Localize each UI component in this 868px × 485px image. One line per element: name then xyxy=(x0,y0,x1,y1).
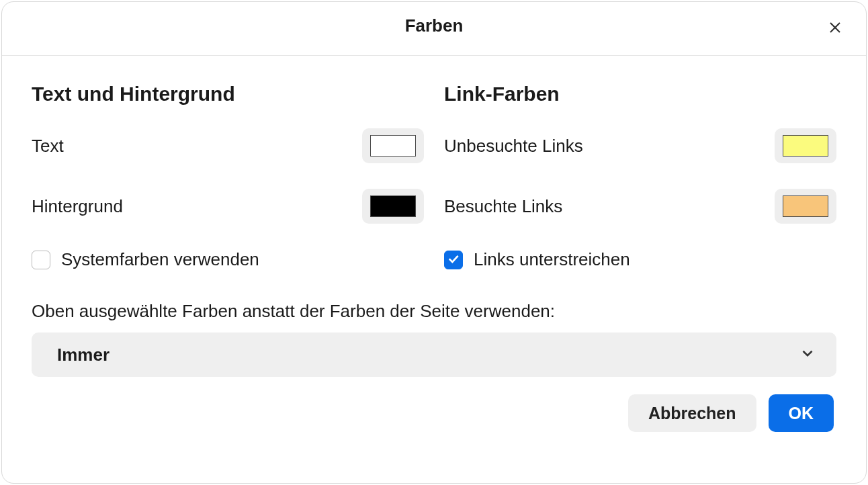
unvisited-links-row: Unbesuchte Links xyxy=(444,124,836,167)
color-swatch xyxy=(783,195,828,217)
ok-button[interactable]: OK xyxy=(769,394,834,432)
cancel-button[interactable]: Abbrechen xyxy=(628,394,756,432)
text-color-row: Text xyxy=(32,124,424,167)
link-colors-section: Link-Farben Unbesuchte Links Besuchte Li… xyxy=(444,83,836,277)
section-heading-links: Link-Farben xyxy=(444,83,836,105)
override-label: Oben ausgewählte Farben anstatt der Farb… xyxy=(32,301,836,322)
background-color-row: Hintergrund xyxy=(32,185,424,228)
colors-dialog: Farben Text und Hintergrund Text Hinterg… xyxy=(1,1,867,484)
color-swatch xyxy=(370,135,416,157)
dialog-title: Farben xyxy=(405,15,464,36)
text-background-section: Text und Hintergrund Text Hintergrund Sy… xyxy=(32,83,424,277)
unvisited-links-label: Unbesuchte Links xyxy=(444,136,775,157)
use-system-colors-checkbox[interactable] xyxy=(32,251,50,269)
use-system-colors-label: Systemfarben verwenden xyxy=(61,249,259,270)
columns: Text und Hintergrund Text Hintergrund Sy… xyxy=(32,83,836,277)
color-swatch xyxy=(783,135,828,157)
section-heading-text-bg: Text und Hintergrund xyxy=(32,83,424,105)
override-select-value: Immer xyxy=(57,345,799,365)
unvisited-links-swatch[interactable] xyxy=(775,128,836,163)
background-color-swatch[interactable] xyxy=(362,189,424,224)
close-button[interactable] xyxy=(823,17,847,41)
override-select[interactable]: Immer xyxy=(32,333,836,377)
dialog-footer: Abbrechen OK xyxy=(32,394,836,432)
visited-links-row: Besuchte Links xyxy=(444,185,836,228)
underline-links-checkbox[interactable] xyxy=(444,251,463,269)
visited-links-swatch[interactable] xyxy=(775,189,836,224)
dialog-body: Text und Hintergrund Text Hintergrund Sy… xyxy=(2,56,866,483)
color-swatch xyxy=(370,195,416,217)
close-icon xyxy=(827,19,843,38)
ok-button-label: OK xyxy=(789,404,814,423)
text-color-swatch[interactable] xyxy=(362,128,424,163)
chevron-down-icon xyxy=(799,345,816,365)
text-color-label: Text xyxy=(32,136,362,157)
titlebar: Farben xyxy=(2,2,866,56)
use-system-colors-row: Systemfarben verwenden xyxy=(32,249,424,270)
background-color-label: Hintergrund xyxy=(32,196,362,217)
visited-links-label: Besuchte Links xyxy=(444,196,775,217)
cancel-button-label: Abbrechen xyxy=(648,404,736,423)
check-icon xyxy=(447,252,460,268)
underline-links-label: Links unterstreichen xyxy=(474,249,630,270)
underline-links-row: Links unterstreichen xyxy=(444,249,836,270)
